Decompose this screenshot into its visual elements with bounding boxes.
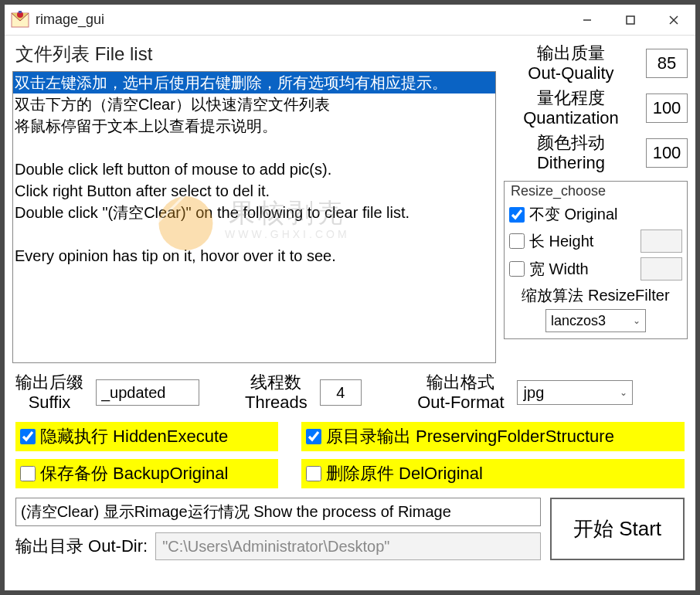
resize-height-checkbox[interactable] [509,233,525,249]
svg-rect-2 [19,11,22,13]
suffix-input[interactable] [96,379,199,406]
close-button[interactable] [652,5,695,36]
chevron-down-icon: ⌄ [633,315,645,326]
threads-label: 线程数Threads [245,372,308,413]
filelist-title: 文件列表 File list [12,42,496,66]
threads-input[interactable] [320,379,362,406]
resize-width-input[interactable] [641,257,682,280]
resize-height-label: 长 Height [529,231,593,252]
del-original-check[interactable]: 删除原件 DelOriginal [301,459,685,488]
quantization-input[interactable] [646,94,688,123]
resize-filter-select[interactable]: lanczos3 ⌄ [545,309,646,332]
out-format-label: 输出格式Out-Format [417,372,504,413]
window-buttons [566,5,695,36]
dithering-input[interactable] [646,138,688,168]
resize-original-label: 不变 Original [529,204,617,225]
list-item[interactable]: Every opinion has tip on it, hovor over … [13,245,495,267]
list-item[interactable]: Double click left button of mouse to add… [13,158,495,180]
backup-original-check[interactable]: 保存备份 BackupOriginal [15,459,278,488]
start-button[interactable]: 开始 Start [550,498,685,560]
dithering-label: 颜色抖动Dithering [504,133,638,173]
resize-width-checkbox[interactable] [509,261,525,277]
app-window: rimage_gui 文件列表 File list 果核剥壳WWW.GHXI.C… [0,0,700,595]
list-item[interactable]: 双击左键添加，选中后使用右键删除，所有选项均有相应提示。 [13,72,495,94]
resize-group: Resize_choose 不变 Original 长 Height 宽 Wid… [504,181,688,339]
list-item[interactable]: Click right Button after select to del i… [13,180,495,202]
list-item[interactable]: 将鼠标停留于文本上以查看提示说明。 [13,115,495,137]
titlebar: rimage_gui [5,5,695,36]
process-status-box[interactable]: (清空Clear) 显示Rimage运行情况 Show the process … [15,498,541,526]
list-item[interactable] [13,137,495,158]
file-list[interactable]: 果核剥壳WWW.GHXI.COM 双击左键添加，选中后使用右键删除，所有选项均有… [12,71,496,363]
resize-width-label: 宽 Width [529,259,589,280]
quantization-label: 量化程度Quantization [504,88,638,128]
resize-filter-label: 缩放算法 ResizeFilter [509,285,682,306]
resize-original-checkbox[interactable] [509,207,525,223]
list-item[interactable] [13,223,495,245]
resize-width-row[interactable]: 宽 Width [509,257,682,280]
preserve-folder-check[interactable]: 原目录输出 PreservingFolderStructure [301,422,685,451]
list-item[interactable]: Double click "(清空Clear)" on the followin… [13,202,495,223]
chevron-down-icon: ⌄ [620,387,632,398]
maximize-button[interactable] [609,5,652,36]
resize-legend: Resize_choose [509,183,682,199]
out-dir-input[interactable] [155,532,541,560]
resize-original-row[interactable]: 不变 Original [509,204,682,225]
resize-height-row[interactable]: 长 Height [509,230,682,253]
out-quality-label: 输出质量Out-Quality [504,43,638,83]
list-item[interactable]: 双击下方的（清空Clear）以快速清空文件列表 [13,94,495,115]
hidden-execute-check[interactable]: 隐藏执行 HiddenExecute [15,422,278,451]
out-dir-label: 输出目录 Out-Dir: [15,535,148,558]
resize-height-input[interactable] [641,230,682,253]
content-area: 文件列表 File list 果核剥壳WWW.GHXI.COM 双击左键添加，选… [5,36,695,566]
suffix-label: 输出后缀Suffix [15,372,83,413]
app-icon [9,9,31,31]
minimize-button[interactable] [566,5,609,36]
out-quality-input[interactable] [646,49,688,78]
window-title: rimage_gui [36,12,104,28]
svg-rect-4 [627,16,634,24]
out-format-select[interactable]: jpg ⌄ [517,380,633,405]
